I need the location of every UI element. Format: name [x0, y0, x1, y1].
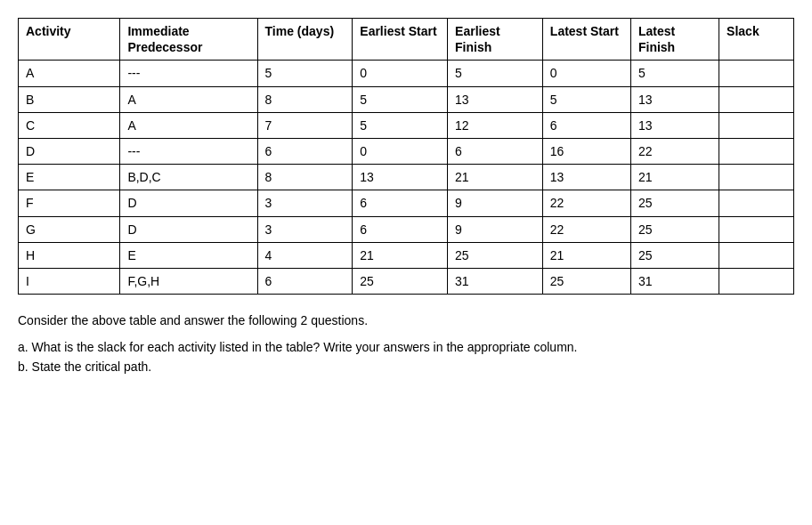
cell-ef: 12 [448, 112, 543, 138]
cell-activity: F [19, 190, 120, 216]
cell-ls: 0 [542, 61, 630, 86]
cell-ls: 5 [542, 86, 630, 112]
cell-lf: 13 [630, 86, 719, 112]
cell-slack [719, 61, 794, 86]
cell-time: 6 [257, 138, 353, 164]
cell-activity: D [19, 138, 120, 164]
cell-time: 3 [257, 216, 353, 242]
cell-ef: 13 [448, 86, 543, 112]
cell-time: 8 [257, 165, 353, 190]
cell-es: 13 [353, 165, 448, 190]
cell-ef: 21 [448, 165, 543, 190]
cell-predecessor: A [120, 86, 257, 112]
cell-lf: 13 [630, 112, 719, 138]
question-a: a. What is the slack for each activity l… [18, 337, 794, 357]
cell-es: 0 [353, 138, 448, 164]
cell-time: 6 [257, 268, 353, 294]
cell-ef: 31 [448, 268, 543, 294]
questions-section: Consider the above table and answer the … [18, 311, 794, 377]
cell-lf: 31 [630, 268, 719, 294]
cell-ls: 21 [542, 242, 630, 268]
cell-slack [719, 242, 794, 268]
cell-es: 6 [353, 216, 448, 242]
cell-activity: C [19, 112, 120, 138]
project-table: Activity Immediate Predecessor Time (day… [18, 18, 794, 295]
cell-time: 3 [257, 190, 353, 216]
table-row: FD3692225 [19, 190, 794, 216]
cell-lf: 25 [630, 190, 719, 216]
cell-lf: 25 [630, 242, 719, 268]
cell-slack [719, 112, 794, 138]
cell-slack [719, 268, 794, 294]
cell-activity: H [19, 242, 120, 268]
cell-lf: 21 [630, 165, 719, 190]
header-earliest-finish: Earliest Finish [448, 19, 543, 61]
table-row: CA7512613 [19, 112, 794, 138]
cell-ls: 13 [542, 165, 630, 190]
cell-es: 25 [353, 268, 448, 294]
cell-activity: B [19, 86, 120, 112]
cell-activity: G [19, 216, 120, 242]
header-activity: Activity [19, 19, 120, 61]
cell-ls: 6 [542, 112, 630, 138]
table-row: HE421252125 [19, 242, 794, 268]
cell-time: 5 [257, 61, 353, 86]
table-row: BA8513513 [19, 86, 794, 112]
cell-predecessor: A [120, 112, 257, 138]
cell-predecessor: --- [120, 138, 257, 164]
cell-ls: 22 [542, 190, 630, 216]
cell-time: 4 [257, 242, 353, 268]
cell-predecessor: D [120, 190, 257, 216]
cell-slack [719, 190, 794, 216]
cell-lf: 25 [630, 216, 719, 242]
cell-time: 7 [257, 112, 353, 138]
question-b: b. State the critical path. [18, 357, 794, 376]
cell-ls: 16 [542, 138, 630, 164]
table-row: EB,D,C813211321 [19, 165, 794, 190]
header-latest-finish: Latest Finish [630, 19, 719, 61]
cell-es: 0 [353, 61, 448, 86]
cell-activity: A [19, 61, 120, 86]
table-row: GD3692225 [19, 216, 794, 242]
cell-lf: 5 [630, 61, 719, 86]
cell-slack [719, 165, 794, 190]
cell-activity: I [19, 268, 120, 294]
cell-ef: 9 [448, 216, 543, 242]
cell-ef: 9 [448, 190, 543, 216]
cell-predecessor: --- [120, 61, 257, 86]
cell-predecessor: B,D,C [120, 165, 257, 190]
cell-ef: 25 [448, 242, 543, 268]
cell-ls: 22 [542, 216, 630, 242]
table-row: A---50505 [19, 61, 794, 86]
table-row: IF,G,H625312531 [19, 268, 794, 294]
header-earliest-start: Earliest Start [353, 19, 448, 61]
cell-predecessor: D [120, 216, 257, 242]
cell-time: 8 [257, 86, 353, 112]
intro-text: Consider the above table and answer the … [18, 311, 794, 332]
cell-predecessor: F,G,H [120, 268, 257, 294]
cell-es: 5 [353, 112, 448, 138]
header-slack: Slack [719, 19, 794, 61]
cell-es: 6 [353, 190, 448, 216]
cell-ef: 5 [448, 61, 543, 86]
cell-slack [719, 86, 794, 112]
cell-es: 21 [353, 242, 448, 268]
cell-activity: E [19, 165, 120, 190]
header-time: Time (days) [257, 19, 353, 61]
cell-es: 5 [353, 86, 448, 112]
cell-lf: 22 [630, 138, 719, 164]
cell-ef: 6 [448, 138, 543, 164]
header-latest-start: Latest Start [542, 19, 630, 61]
cell-slack [719, 216, 794, 242]
cell-slack [719, 138, 794, 164]
header-predecessor: Immediate Predecessor [120, 19, 257, 61]
table-row: D---6061622 [19, 138, 794, 164]
cell-ls: 25 [542, 268, 630, 294]
cell-predecessor: E [120, 242, 257, 268]
